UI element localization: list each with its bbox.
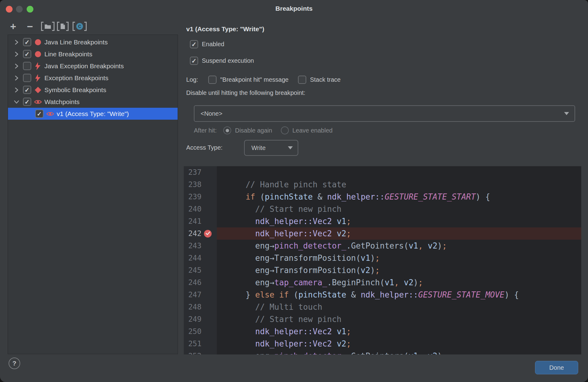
code-line-text: // Start new pinch <box>217 203 581 215</box>
tree-item-label: Java Exception Breakpoints <box>44 62 124 70</box>
tree-item-checkbox[interactable]: ✓ <box>23 98 31 106</box>
tree-item-symbolic-breakpoints[interactable]: ✓Symbolic Breakpoints <box>8 84 178 96</box>
tree-item-checkbox[interactable]: ✓ <box>23 86 31 94</box>
gutter-cell[interactable]: 248 <box>184 301 217 313</box>
code-line: 240 // Start new pinch <box>184 203 581 215</box>
svg-text:C: C <box>78 24 81 29</box>
disable-until-combobox[interactable]: <None> <box>194 105 575 122</box>
chevron-right-icon[interactable] <box>14 87 19 93</box>
plus-icon: + <box>10 20 16 32</box>
log-label: Log: <box>186 76 198 83</box>
class-c-icon: C <box>76 23 83 30</box>
gutter-cell[interactable]: 239 <box>184 191 217 203</box>
gutter-cell[interactable]: 242 <box>184 227 217 240</box>
code-line: 251 ndk_helper::Vec2 v2; <box>184 338 581 350</box>
verified-breakpoint-icon[interactable] <box>202 230 214 238</box>
line-number: 245 <box>184 266 202 275</box>
line-number: 240 <box>184 205 202 213</box>
tree-item-checkbox[interactable]: ✓ <box>23 38 31 46</box>
gutter-cell[interactable]: 243 <box>184 240 217 252</box>
after-hit-radio-leave-enabled[interactable] <box>281 126 289 134</box>
tree-item-checkbox[interactable]: ✓ <box>23 50 31 58</box>
help-button[interactable]: ? <box>9 358 20 369</box>
code-line-text: eng→TransformPosition(v2); <box>217 264 581 276</box>
code-line: 245 eng→TransformPosition(v2); <box>184 264 581 276</box>
folder-icon <box>44 24 51 29</box>
code-line: 243 eng→pinch_detector_.GetPointers(v1, … <box>184 240 581 252</box>
breakpoints-tree: ✓Java Line Breakpoints✓Line Breakpoints✓… <box>8 35 178 354</box>
gutter-cell[interactable]: 250 <box>184 325 217 338</box>
line-number: 239 <box>184 193 202 201</box>
breakpoints-dialog: Breakpoints ✓Java Line Breakpoints✓Line … <box>0 0 588 382</box>
chevron-down-icon[interactable] <box>14 99 19 105</box>
gutter-cell[interactable]: 252 <box>184 350 217 354</box>
after-hit-radio-disable-again[interactable] <box>223 126 231 134</box>
add-breakpoint-button[interactable]: + <box>10 20 16 32</box>
chevron-right-icon[interactable] <box>14 51 19 57</box>
chevron-right-icon[interactable] <box>14 75 19 81</box>
tree-item-exception-breakpoints[interactable]: ✓Exception Breakpoints <box>8 72 178 84</box>
disable-until-value: <None> <box>194 110 564 117</box>
tree-item-watchpoints[interactable]: ✓Watchpoints <box>8 96 178 108</box>
breakpoint-detail-title: v1 (Access Type: "Write") <box>186 25 264 33</box>
after-hit-label: After hit: <box>194 127 217 134</box>
code-line: 250 ndk_helper::Vec2 v1; <box>184 325 581 338</box>
group-by-package-button[interactable] <box>57 20 69 32</box>
code-line: 249 // Start new pinch <box>184 313 581 325</box>
line-number: 237 <box>184 168 202 177</box>
tree-item-java-line-breakpoints[interactable]: ✓Java Line Breakpoints <box>8 36 178 48</box>
gutter-cell[interactable]: 244 <box>184 252 217 264</box>
code-line-text: // Start new pinch <box>217 313 581 325</box>
gutter-cell[interactable]: 241 <box>184 215 217 227</box>
done-button[interactable]: Done <box>535 361 578 374</box>
gutter-cell[interactable]: 245 <box>184 264 217 276</box>
tree-item-line-breakpoints[interactable]: ✓Line Breakpoints <box>8 48 178 60</box>
code-line-text: eng→pinch_detector_.GetPointers(v1, v2); <box>217 240 581 252</box>
gutter-cell[interactable]: 249 <box>184 313 217 325</box>
tree-item-checkbox[interactable]: ✓ <box>23 74 31 82</box>
enabled-checkbox[interactable]: ✓ <box>190 40 198 48</box>
tree-item-label: Symbolic Breakpoints <box>44 86 106 94</box>
diamond-breakpoint-icon <box>34 86 42 94</box>
code-preview[interactable]: 237238 // Handle pinch state239 if (pinc… <box>184 166 581 354</box>
access-type-combobox[interactable]: Write <box>244 140 298 156</box>
bracket-right <box>66 22 69 31</box>
log-row: Log: ✓ "Breakpoint hit" message ✓ Stack … <box>186 76 341 84</box>
code-line: 252 eng→pinch_detector_.GetPointers(v1, … <box>184 350 581 354</box>
chevron-down-icon <box>288 146 293 149</box>
code-line: 237 <box>184 166 581 178</box>
bracket-left <box>57 22 59 31</box>
gutter-cell[interactable]: 246 <box>184 276 217 289</box>
bracket-right <box>84 22 87 31</box>
line-number: 238 <box>184 180 202 189</box>
access-type-label: Access Type: <box>186 144 223 151</box>
remove-breakpoint-button[interactable]: − <box>27 20 33 32</box>
log-message-checkbox[interactable]: ✓ <box>208 76 217 84</box>
bolt-breakpoint-icon <box>34 62 42 70</box>
gutter-cell[interactable]: 238 <box>184 178 217 191</box>
gutter-cell[interactable]: 237 <box>184 166 217 178</box>
tree-item-java-exception-breakpoints[interactable]: ✓Java Exception Breakpoints <box>8 60 178 72</box>
after-hit-option-label: Disable again <box>235 127 272 134</box>
tree-item-checkbox[interactable]: ✓ <box>35 110 43 118</box>
code-line-text: eng→TransformPosition(v1); <box>217 252 581 264</box>
tree-item-v1-access-type-write[interactable]: ✓v1 (Access Type: "Write") <box>8 108 178 120</box>
suspend-execution-checkbox[interactable]: ✓ <box>190 57 198 65</box>
group-by-class-button[interactable]: C <box>73 20 87 32</box>
line-number: 244 <box>184 254 202 262</box>
stack-trace-checkbox[interactable]: ✓ <box>298 76 306 84</box>
stack-trace-label: Stack trace <box>310 76 341 83</box>
gutter-cell[interactable]: 240 <box>184 203 217 215</box>
gutter-cell[interactable]: 247 <box>184 289 217 301</box>
tree-item-label: v1 (Access Type: "Write") <box>57 110 129 118</box>
file-icon <box>60 23 65 29</box>
chevron-right-icon[interactable] <box>14 63 19 69</box>
gutter-cell[interactable]: 251 <box>184 338 217 350</box>
line-number: 243 <box>184 242 202 250</box>
tree-item-checkbox[interactable]: ✓ <box>23 62 31 70</box>
bolt-breakpoint-icon <box>34 74 42 82</box>
after-hit-option-label: Leave enabled <box>292 127 333 134</box>
group-by-file-button[interactable] <box>41 20 55 32</box>
chevron-right-icon[interactable] <box>14 39 19 45</box>
code-line: 246 eng→tap_camera_.BeginPinch(v1, v2); <box>184 276 581 289</box>
